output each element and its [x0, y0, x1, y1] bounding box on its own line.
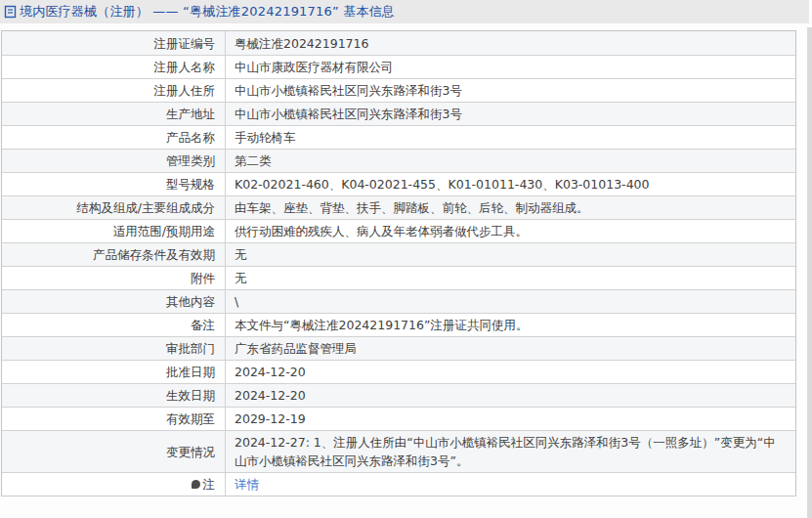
row-value-text: 由车架、座垫、背垫、扶手、脚踏板、前轮、后轮、制动器组成。 — [235, 198, 786, 217]
table-row: 其他内容\ — [2, 289, 795, 313]
row-value-text: 2024-12-20 — [235, 363, 786, 381]
row-value-text: 手动轮椅车 — [235, 128, 786, 147]
row-value-text: 中山市小榄镇裕民社区同兴东路泽和街3号 — [235, 105, 786, 123]
row-value-text: 无 — [235, 269, 786, 287]
row-value-text: 本文件与“粤械注准20242191716”注册证共同使用。 — [235, 316, 786, 334]
row-value: 2024-12-20 — [226, 361, 795, 383]
row-label: 型号规格 — [2, 173, 226, 195]
row-value-text: \ — [235, 292, 786, 311]
row-label: 产品储存条件及有效期 — [2, 243, 226, 266]
table-row: 注册证编号粤械注准20242191716 — [2, 31, 795, 55]
row-label: 附件 — [2, 267, 226, 289]
row-label-text: 有效期至 — [166, 410, 215, 428]
balloon-note-icon — [192, 480, 200, 489]
table-row: 注册人名称中山市康政医疗器材有限公司 — [2, 55, 795, 78]
row-value: 粤械注准20242191716 — [226, 31, 795, 55]
row-value-text: 无 — [235, 245, 786, 264]
info-table: 注册证编号粤械注准20242191716注册人名称中山市康政医疗器材有限公司注册… — [1, 30, 796, 496]
row-label-text: 产品名称 — [166, 128, 215, 147]
row-label: 生产地址 — [2, 103, 226, 125]
table-row: 生效日期2024-12-20 — [2, 383, 795, 407]
table-row: 结构及组成/主要组成成分由车架、座垫、背垫、扶手、脚踏板、前轮、后轮、制动器组成… — [2, 195, 795, 219]
row-value-text: 中山市小榄镇裕民社区同兴东路泽和街3号 — [235, 81, 786, 100]
row-value-text: 2024-12-27: 1、注册人住所由“中山市小榄镇裕民社区同兴东路泽和街3号… — [235, 433, 786, 470]
row-label-text: 批准日期 — [166, 363, 215, 381]
table-row: 附件无 — [2, 266, 795, 289]
table-row: 适用范围/预期用途供行动困难的残疾人、病人及年老体弱者做代步工具。 — [2, 219, 795, 242]
row-label: 适用范围/预期用途 — [2, 220, 226, 242]
row-label-text: 适用范围/预期用途 — [113, 222, 215, 240]
row-label: 管理类别 — [2, 150, 226, 172]
table-row: 产品名称手动轮椅车 — [2, 125, 795, 149]
row-value: 详情 — [226, 473, 795, 496]
table-row: 注册人住所中山市小榄镇裕民社区同兴东路泽和街3号 — [2, 78, 795, 102]
row-label: 注册人名称 — [2, 56, 226, 78]
row-value-text: 中山市康政医疗器材有限公司 — [235, 58, 786, 76]
row-label-text: 型号规格 — [166, 175, 215, 194]
table-row: 有效期至2029-12-19 — [2, 407, 795, 430]
table-row: 管理类别第二类 — [2, 149, 795, 172]
row-label-text: 备注 — [191, 316, 215, 334]
row-value: 2029-12-19 — [226, 408, 795, 430]
row-value-text: 2024-12-20 — [235, 386, 786, 405]
row-value: 第二类 — [226, 150, 795, 172]
row-label: 有效期至 — [2, 408, 226, 430]
vertical-scrollbar[interactable] — [807, 27, 812, 518]
row-value-text: 广东省药品监督管理局 — [235, 339, 786, 358]
row-value: \ — [226, 290, 795, 313]
detail-link[interactable]: 详情 — [235, 475, 259, 494]
table-row: 备注本文件与“粤械注准20242191716”注册证共同使用。 — [2, 313, 795, 336]
row-value: 无 — [226, 243, 795, 266]
row-label: 注册证编号 — [2, 31, 226, 55]
row-label-text: 产品储存条件及有效期 — [93, 245, 215, 264]
row-value: 2024-12-20 — [226, 384, 795, 407]
row-label: 生效日期 — [2, 384, 226, 407]
row-label: 变更情况 — [2, 431, 226, 472]
row-value-text: 粤械注准20242191716 — [235, 34, 786, 53]
table-row: 生产地址中山市小榄镇裕民社区同兴东路泽和街3号 — [2, 102, 795, 125]
row-value: 由车架、座垫、背垫、扶手、脚踏板、前轮、后轮、制动器组成。 — [226, 196, 795, 219]
row-value: 供行动困难的残疾人、病人及年老体弱者做代步工具。 — [226, 220, 795, 242]
row-label-text: 附件 — [191, 269, 215, 287]
row-label-text: 审批部门 — [166, 339, 215, 358]
row-label-text: 管理类别 — [166, 151, 215, 170]
page-title: 境内医疗器械（注册） —— “粤械注准20242191716” 基本信息 — [20, 3, 395, 21]
row-label: 审批部门 — [2, 337, 226, 360]
row-label-text: 注 — [203, 475, 216, 494]
row-label-text: 注册证编号 — [154, 34, 216, 53]
row-label-text: 注册人名称 — [154, 58, 216, 76]
row-value: 中山市小榄镇裕民社区同兴东路泽和街3号 — [226, 103, 795, 125]
row-label-text: 生产地址 — [166, 105, 215, 123]
row-value-text: 2029-12-19 — [235, 410, 786, 428]
table-row: 变更情况2024-12-27: 1、注册人住所由“中山市小榄镇裕民社区同兴东路泽… — [2, 430, 795, 472]
row-value-text: 第二类 — [235, 151, 786, 170]
row-label: 注 — [2, 473, 226, 496]
row-value-text: K02-02021-460、K04-02021-455、K01-01011-43… — [235, 175, 786, 194]
row-label-text: 注册人住所 — [154, 81, 216, 100]
row-value: 中山市康政医疗器材有限公司 — [226, 56, 795, 78]
row-value: K02-02021-460、K04-02021-455、K01-01011-43… — [226, 173, 795, 195]
row-label: 产品名称 — [2, 126, 226, 149]
table-row: 审批部门广东省药品监督管理局 — [2, 336, 795, 360]
table-row: 型号规格K02-02021-460、K04-02021-455、K01-0101… — [2, 172, 795, 195]
table-row: 注详情 — [2, 472, 795, 496]
table-row: 批准日期2024-12-20 — [2, 360, 795, 383]
row-label-text: 其他内容 — [166, 292, 215, 311]
row-label: 备注 — [2, 314, 226, 336]
row-value: 广东省药品监督管理局 — [226, 337, 795, 360]
row-label-text: 生效日期 — [166, 386, 215, 405]
table-row: 产品储存条件及有效期无 — [2, 242, 795, 266]
row-label-text: 变更情况 — [166, 443, 215, 461]
row-label: 批准日期 — [2, 361, 226, 383]
row-label-text: 结构及组成/主要组成成分 — [76, 198, 215, 217]
document-icon — [4, 5, 17, 19]
page-title-bar: 境内医疗器械（注册） —— “粤械注准20242191716” 基本信息 — [0, 0, 809, 23]
row-label: 注册人住所 — [2, 79, 226, 102]
row-label: 其他内容 — [2, 290, 226, 313]
row-value: 手动轮椅车 — [226, 126, 795, 149]
row-value: 中山市小榄镇裕民社区同兴东路泽和街3号 — [226, 79, 795, 102]
row-value: 无 — [226, 267, 795, 289]
row-value: 本文件与“粤械注准20242191716”注册证共同使用。 — [226, 314, 795, 336]
row-value-text: 供行动困难的残疾人、病人及年老体弱者做代步工具。 — [235, 222, 786, 240]
row-value: 2024-12-27: 1、注册人住所由“中山市小榄镇裕民社区同兴东路泽和街3号… — [226, 431, 795, 472]
